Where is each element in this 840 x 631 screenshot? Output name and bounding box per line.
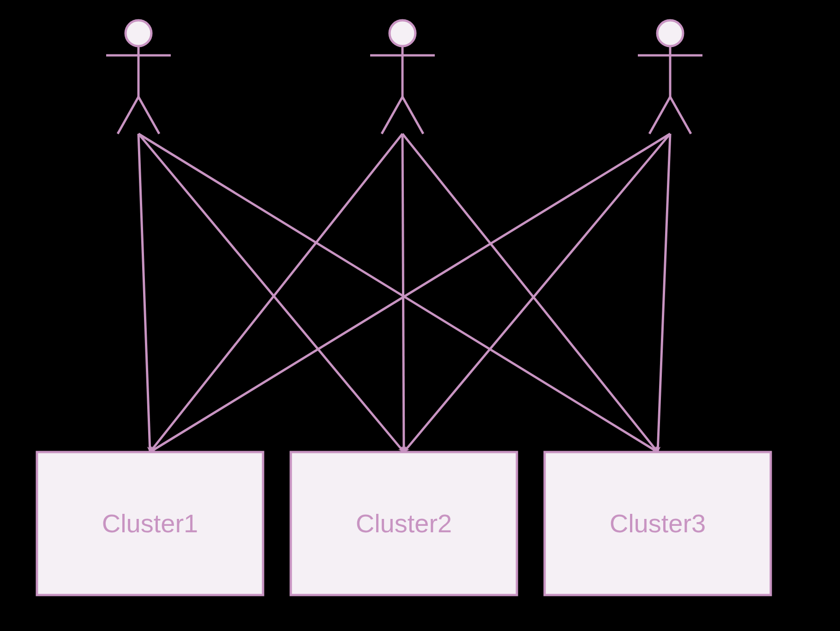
svg-point-0 — [126, 20, 151, 46]
cluster-box: Cluster1 — [37, 452, 263, 595]
svg-line-4 — [138, 97, 159, 134]
cluster-label: Cluster2 — [356, 509, 452, 538]
svg-point-10 — [657, 20, 683, 46]
svg-line-9 — [402, 97, 423, 134]
cluster-label: Cluster1 — [102, 509, 198, 538]
cluster-label: Cluster3 — [610, 509, 706, 538]
connection-arrow — [150, 134, 670, 452]
connection-arrow — [402, 134, 404, 452]
connection-arrow — [138, 134, 150, 452]
svg-line-8 — [382, 97, 402, 134]
cluster-box: Cluster2 — [291, 452, 517, 595]
architecture-diagram: Cluster1Cluster2Cluster3 — [0, 0, 840, 631]
connection-arrow — [402, 134, 658, 452]
svg-line-13 — [649, 97, 670, 134]
svg-line-14 — [670, 97, 691, 134]
connection-arrow — [404, 134, 670, 452]
svg-point-5 — [390, 20, 415, 46]
actors-layer — [106, 20, 702, 134]
actor-icon — [370, 20, 435, 134]
connections-layer — [138, 134, 670, 452]
actor-icon — [106, 20, 171, 134]
clusters-layer: Cluster1Cluster2Cluster3 — [37, 452, 771, 595]
cluster-box: Cluster3 — [545, 452, 771, 595]
connection-arrow — [138, 134, 658, 452]
svg-line-3 — [118, 97, 138, 134]
actor-icon — [638, 20, 702, 134]
connection-arrow — [658, 134, 670, 452]
